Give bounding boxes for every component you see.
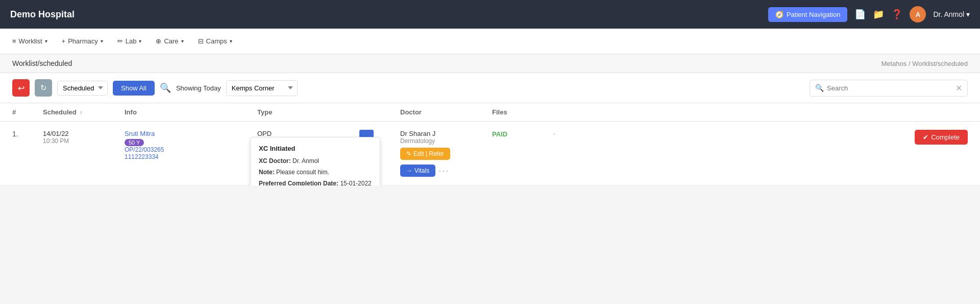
camps-icon: ⊟	[198, 37, 204, 45]
chevron-down-icon: ▾	[181, 38, 184, 44]
refresh-button[interactable]: ↻	[35, 79, 52, 97]
search-icon: 🔍	[160, 82, 171, 93]
sort-arrow-icon: ↑	[80, 109, 83, 115]
location-select[interactable]: Kemps Corner	[226, 80, 298, 96]
show-all-button[interactable]: Show All	[113, 81, 155, 96]
chevron-down-icon: ▾	[101, 38, 103, 44]
search-box: 🔍 ✕	[810, 80, 968, 97]
cell-payment: PAID	[492, 130, 553, 138]
scheduled-date: 14/01/22	[43, 130, 125, 137]
cell-doctor: Dr Sharan J Dermatology ✎ Edit | Refer →…	[400, 130, 492, 177]
lab-icon: ✏	[117, 37, 123, 45]
patient-id[interactable]: OP/22/003265	[125, 146, 257, 153]
col-header-actions	[553, 108, 968, 116]
filter-bar: ↩ ↻ Scheduled Completed Cancelled Show A…	[0, 73, 980, 103]
folder-icon[interactable]: 📁	[873, 9, 884, 20]
col-header-type: Type	[257, 108, 359, 116]
doctor-specialty: Dermatology	[400, 137, 492, 145]
scheduled-time: 10:30 PM	[43, 137, 125, 145]
breadcrumb-current: Worklist/scheduled	[12, 59, 72, 67]
secondary-nav: ≡ Worklist ▾ + Pharmacy ▾ ✏ Lab ▾ ⊕ Care…	[0, 29, 980, 54]
sidebar-item-worklist[interactable]: ≡ Worklist ▾	[10, 37, 50, 45]
table-header: # Scheduled ↑ Info Type Doctor Files	[0, 103, 980, 122]
files-dash: -	[553, 130, 555, 137]
sidebar-item-pharmacy[interactable]: + Pharmacy ▾	[60, 37, 105, 45]
popup-note: Note: Please consult him.	[259, 168, 372, 177]
popup-preferred-date: Preferred Completion Date: 15-01-2022	[259, 179, 372, 185]
doctor-actions: ✎ Edit | Refer → Vitals ···	[400, 148, 492, 177]
col-header-files: Files	[492, 108, 553, 116]
vitals-icon: →	[406, 167, 412, 174]
plus-icon: +	[62, 37, 66, 45]
search-input[interactable]	[827, 84, 952, 92]
col-header-num: #	[12, 108, 43, 116]
payment-status: PAID	[492, 130, 507, 138]
refresh-icon: ↻	[40, 83, 47, 92]
cell-row-num: 1.	[12, 130, 43, 138]
clear-search-icon[interactable]: ✕	[955, 83, 962, 93]
more-options-button[interactable]: ···	[438, 166, 449, 176]
app-title: Demo Hospital	[10, 9, 762, 20]
avatar: A	[910, 6, 926, 22]
patient-name[interactable]: Sruti Mitra	[125, 130, 257, 137]
check-icon: ✔	[923, 133, 928, 141]
chevron-down-icon: ▾	[139, 38, 141, 44]
reset-button[interactable]: ↩	[12, 79, 30, 97]
status-select[interactable]: Scheduled Completed Cancelled	[57, 81, 108, 96]
showing-today-label: Showing Today	[176, 84, 221, 92]
care-icon: ⊕	[156, 37, 161, 45]
top-nav: Demo Hospital 🧭 Patient Navigation 📄 📁 ❓…	[0, 0, 980, 29]
vitals-button[interactable]: → Vitals	[400, 165, 435, 177]
col-header-info: Info	[125, 108, 257, 116]
cell-scheduled: 14/01/22 10:30 PM	[43, 130, 125, 145]
col-header-doctor: Doctor	[400, 108, 492, 116]
popup-title: XC Initiated	[259, 145, 372, 152]
help-icon[interactable]: ❓	[891, 9, 902, 20]
edit-refer-button[interactable]: ✎ Edit | Refer	[400, 148, 450, 160]
patient-navigation-button[interactable]: 🧭 Patient Navigation	[768, 7, 848, 22]
patient-phone: 1112223334	[125, 153, 257, 160]
reset-icon: ↩	[18, 83, 24, 93]
list-icon: ≡	[12, 37, 16, 45]
breadcrumb: Metahos / Worklist/scheduled	[881, 60, 968, 67]
type-opd: OPD	[257, 130, 359, 137]
sidebar-item-camps[interactable]: ⊟ Camps ▾	[196, 37, 234, 45]
chevron-down-icon: ▾	[45, 38, 47, 44]
xc-initiated-popup: XC Initiated XC Doctor: Dr. Anmol Note: …	[250, 137, 380, 185]
popup-xc-doctor: XC Doctor: Dr. Anmol	[259, 156, 372, 166]
cell-actions: - ✔ Complete	[553, 130, 968, 145]
table-area: # Scheduled ↑ Info Type Doctor Files 1. …	[0, 103, 980, 185]
edit-icon: ✎	[406, 150, 411, 157]
col-header-blank	[359, 108, 400, 116]
search-icon-input: 🔍	[815, 84, 824, 92]
complete-button[interactable]: ✔ Complete	[915, 130, 968, 145]
doctor-name: Dr Sharan J	[400, 130, 492, 137]
col-header-scheduled[interactable]: Scheduled ↑	[43, 108, 125, 116]
top-nav-right: 🧭 Patient Navigation 📄 📁 ❓ A Dr. Anmol ▾	[768, 6, 970, 22]
sidebar-item-lab[interactable]: ✏ Lab ▾	[115, 37, 144, 45]
chevron-down-icon: ▾	[230, 38, 232, 44]
cell-info: Sruti Mitra 50 Y OP/22/003265 1112223334	[125, 130, 257, 160]
user-label[interactable]: Dr. Anmol ▾	[933, 10, 970, 18]
breadcrumb-bar: Worklist/scheduled Metahos / Worklist/sc…	[0, 54, 980, 73]
table-row: 1. 14/01/22 10:30 PM Sruti Mitra 50 Y OP…	[0, 122, 980, 185]
patient-age-badge: 50 Y	[125, 139, 144, 146]
sidebar-item-care[interactable]: ⊕ Care ▾	[154, 37, 185, 45]
document-icon[interactable]: 📄	[854, 9, 866, 20]
patient-nav-icon: 🧭	[775, 11, 783, 18]
